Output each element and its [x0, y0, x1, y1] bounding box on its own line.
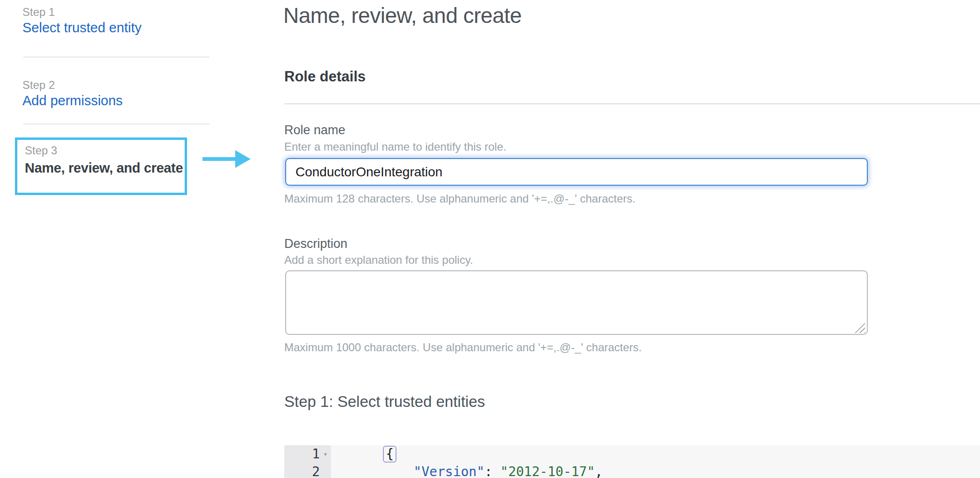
code-key-token: "Version"	[414, 464, 485, 478]
sidebar-item-name-review-create-highlighted[interactable]: Step 3 Name, review, and create	[15, 138, 187, 195]
code-colon-token: :	[484, 464, 500, 478]
rail-divider-1	[23, 57, 209, 58]
code-line-2: 2 "Version": "2012-10-17",	[284, 463, 980, 478]
create-role-wizard-page: { "sidebar": { "steps": [ { "step": "Ste…	[0, 0, 980, 478]
step-3-title: Name, review, and create	[25, 160, 183, 176]
arrow-right-icon	[202, 157, 237, 161]
rail-divider-2	[23, 123, 209, 124]
sidebar-item-select-trusted-entity[interactable]: Select trusted entity	[22, 20, 142, 36]
role-details-heading: Role details	[284, 68, 366, 85]
description-hint: Add a short explanation for this policy.	[284, 253, 473, 267]
code-line-2-content: "Version": "2012-10-17",	[331, 445, 603, 478]
sidebar-item-add-permissions[interactable]: Add permissions	[22, 93, 122, 109]
code-string-token: "2012-10-17"	[500, 464, 595, 478]
arrow-right-icon-head	[235, 150, 251, 168]
code-line-1-gutter: 1 ▾	[284, 445, 331, 463]
role-details-divider	[284, 103, 980, 104]
trusted-entities-heading: Step 1: Select trusted entities	[284, 393, 485, 411]
step-2-label: Step 2	[22, 79, 55, 92]
code-line-2-gutter: 2	[284, 463, 331, 478]
page-title: Name, review, and create	[283, 3, 522, 28]
role-name-label: Role name	[284, 123, 346, 138]
code-comma-token: ,	[595, 464, 603, 478]
code-indent	[382, 464, 413, 478]
step-1-label: Step 1	[22, 6, 55, 19]
fold-toggle-icon[interactable]: ▾	[320, 445, 331, 463]
description-textarea[interactable]	[285, 270, 868, 335]
role-name-hint: Enter a meaningful name to identify this…	[284, 140, 506, 153]
description-constraint: Maximum 1000 characters. Use alphanumeri…	[284, 341, 642, 354]
line-number: 1	[284, 445, 320, 463]
description-label: Description	[284, 237, 347, 251]
role-name-constraint: Maximum 128 characters. Use alphanumeric…	[284, 192, 635, 205]
line-number: 2	[284, 463, 320, 478]
role-name-input[interactable]	[285, 158, 868, 186]
trust-policy-code-editor[interactable]: 1 ▾ { 2 "Version": "2012-10-17",	[284, 445, 980, 478]
step-3-label: Step 3	[25, 144, 57, 157]
